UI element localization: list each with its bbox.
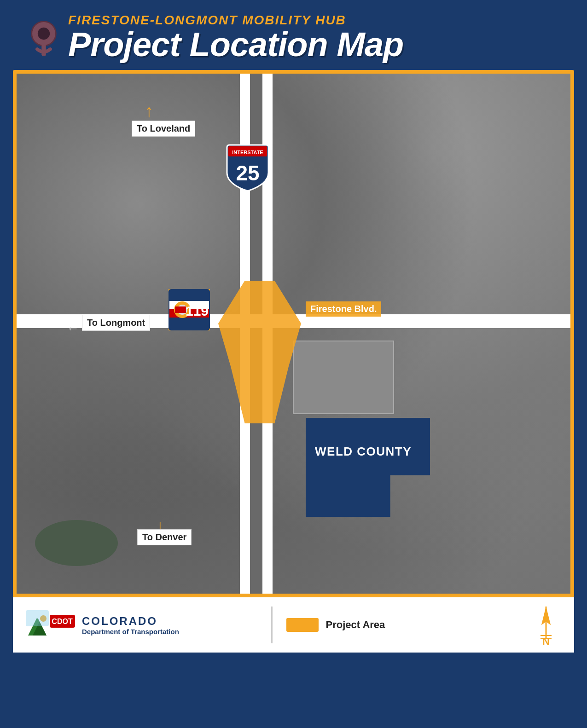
header-text-block: FIRESTONE-LONGMONT MOBILITY HUB Project … (68, 13, 403, 62)
header: FIRESTONE-LONGMONT MOBILITY HUB Project … (0, 0, 587, 70)
svg-text:119: 119 (186, 303, 209, 318)
firestone-blvd-label: Firestone Blvd. (306, 301, 381, 317)
cdot-logo: CDOT (26, 610, 76, 640)
i25-shield: INTERSTATE 25 (225, 143, 271, 193)
legend-color-swatch (286, 618, 319, 632)
north-arrow-icon: N (531, 604, 561, 646)
water-feature (35, 520, 118, 566)
title: Project Location Map (68, 28, 403, 62)
weld-county-label: WELD COUNTY (315, 445, 412, 459)
map-area: WELD COUNTY ↑ To Loveland ← To Longmont … (17, 74, 570, 594)
svg-rect-26 (175, 306, 186, 313)
north-arrow-area: N (531, 604, 561, 646)
svg-text:N: N (542, 636, 550, 646)
footer-divider (271, 607, 273, 643)
svg-text:CDOT: CDOT (52, 618, 73, 625)
map-border-wrap: WELD COUNTY ↑ To Loveland ← To Longmont … (13, 70, 574, 597)
to-denver-label: To Denver (137, 529, 192, 545)
svg-rect-15 (169, 290, 209, 301)
colorado-label: COLORADO (82, 615, 179, 628)
svg-rect-33 (26, 610, 49, 626)
svg-rect-18 (169, 318, 209, 329)
building-block (293, 341, 394, 414)
to-loveland-label: To Loveland (132, 121, 195, 137)
to-longmont-label: To Longmont (82, 315, 150, 331)
cdot-logo-area: CDOT COLORADO Department of Transportati… (26, 610, 257, 640)
legend-area: Project Area (286, 618, 518, 632)
arrow-left-icon: ← (66, 321, 79, 336)
svg-text:INTERSTATE: INTERSTATE (232, 150, 263, 155)
svg-text:25: 25 (236, 161, 259, 185)
svg-point-1 (38, 28, 50, 40)
location-pin-icon (28, 19, 60, 56)
arrow-up-icon: ↑ (145, 101, 153, 121)
dept-label: Department of Transportation (82, 628, 179, 636)
cdot-text: COLORADO Department of Transportation (82, 615, 179, 636)
footer: CDOT COLORADO Department of Transportati… (13, 597, 574, 653)
legend-label: Project Area (326, 619, 385, 631)
co119-shield: 119 (169, 289, 210, 330)
page-container: FIRESTONE-LONGMONT MOBILITY HUB Project … (0, 0, 587, 728)
